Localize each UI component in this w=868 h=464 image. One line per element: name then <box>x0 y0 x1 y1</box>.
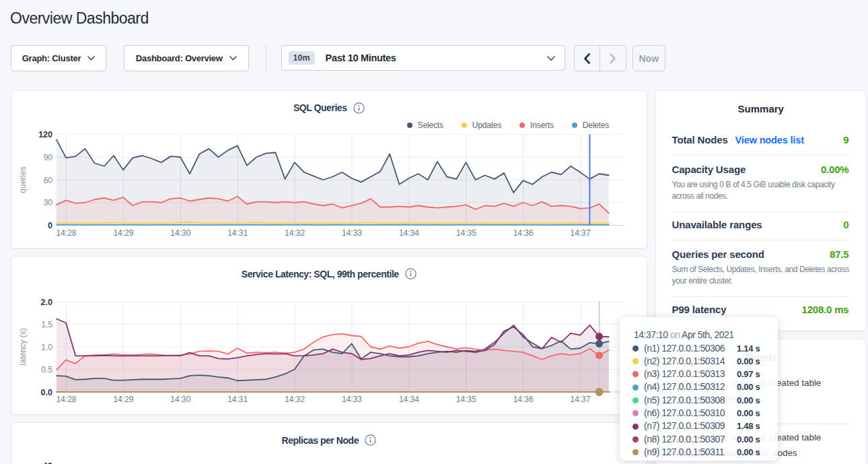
capacity-value: 0.00% <box>821 164 849 175</box>
tooltip-row: (n8) 127.0.0.1:503070.00 s <box>620 433 778 446</box>
series-dot-icon <box>632 449 639 455</box>
graph-scope-dropdown[interactable]: Graph: Cluster <box>11 45 106 71</box>
svg-text:14:35: 14:35 <box>456 395 476 404</box>
overview-dashboard-page: Overview Dashboard Graph: Cluster Dashbo… <box>0 0 868 464</box>
summary-divider <box>672 296 849 297</box>
svg-text:14:28: 14:28 <box>56 228 76 238</box>
series-dot-icon <box>632 345 639 352</box>
svg-text:2.0: 2.0 <box>41 298 52 307</box>
svg-text:60: 60 <box>44 175 53 185</box>
svg-text:14:28: 14:28 <box>56 395 76 404</box>
tooltip-row: (n1) 127.0.0.1:503061.14 s <box>620 342 778 355</box>
sql-queries-plot[interactable]: 030609012014:2814:2914:3014:3114:3214:33… <box>11 91 647 249</box>
summary-title: Summary <box>656 103 867 114</box>
qps-description: Sum of Selects, Updates, Inserts, and De… <box>672 264 852 286</box>
time-window-selector[interactable]: 10m Past 10 Minutes <box>281 45 565 71</box>
svg-text:latency (s): latency (s) <box>18 328 28 365</box>
series-dot-icon <box>632 385 639 391</box>
svg-text:14:32: 14:32 <box>285 395 305 404</box>
tooltip-row: (n9) 127.0.0.1:503110.00 s <box>620 446 778 459</box>
total-nodes-value: 9 <box>843 134 848 145</box>
chevron-down-icon <box>547 56 555 61</box>
summary-divider <box>672 155 849 156</box>
summary-divider <box>672 211 849 212</box>
svg-text:30: 30 <box>44 198 53 207</box>
p99-latency-value: 1208.0 ms <box>802 304 849 315</box>
series-dot-icon <box>632 358 639 364</box>
svg-text:14:36: 14:36 <box>513 395 534 404</box>
qps-value: 87.5 <box>830 248 848 260</box>
svg-text:1.5: 1.5 <box>41 320 52 329</box>
y-axis-tick-partial: 40 <box>43 461 52 464</box>
chevron-right-icon <box>610 53 616 64</box>
graph-scope-dropdown-label: Graph: Cluster <box>22 53 81 63</box>
series-dot-icon <box>632 410 639 416</box>
tooltip-row: (n7) 127.0.0.1:503091.48 s <box>620 420 778 432</box>
tooltip-timestamp: 14:37:10 on Apr 5th, 2021 <box>634 329 734 340</box>
series-dot-icon <box>632 436 639 442</box>
summary-panel: Summary Total Nodes View nodes list 9 Ca… <box>655 90 867 332</box>
series-dot-icon <box>632 397 639 403</box>
chart-hover-tooltip: 14:37:10 on Apr 5th, 2021 (n1) 127.0.0.1… <box>620 317 778 461</box>
time-window-label: Past 10 Minutes <box>326 53 396 63</box>
time-step-forward-button[interactable] <box>600 46 626 71</box>
tooltip-row: (n6) 127.0.0.1:503100.00 s <box>620 407 778 420</box>
svg-text:1.0: 1.0 <box>41 343 52 352</box>
page-title: Overview Dashboard <box>10 9 149 28</box>
svg-text:120: 120 <box>38 130 52 139</box>
replicas-per-node-chart-panel: Replicas per Node 40 <box>11 422 647 464</box>
chevron-down-icon <box>229 56 237 61</box>
tooltip-row: (n4) 127.0.0.1:503120.00 s <box>620 380 778 393</box>
dashboard-dropdown-label: Dashboard: Overview <box>136 53 223 63</box>
series-dot-icon <box>632 371 639 377</box>
summary-divider <box>672 240 849 240</box>
service-latency-plot[interactable]: 0.00.51.01.52.014:2814:2914:3014:3114:32… <box>11 257 647 416</box>
svg-text:0: 0 <box>48 221 52 230</box>
summary-row-p99: P99 latency 1208.0 ms <box>672 304 849 315</box>
now-button[interactable]: Now <box>632 45 665 71</box>
svg-text:14:29: 14:29 <box>113 395 133 404</box>
svg-text:14:31: 14:31 <box>227 395 248 404</box>
series-dot-icon <box>632 424 639 430</box>
time-step-buttons <box>574 45 626 71</box>
svg-text:14:31: 14:31 <box>227 228 248 238</box>
svg-text:14:30: 14:30 <box>170 228 190 238</box>
service-latency-chart-panel: Service Latency: SQL, 99th percentile 0.… <box>11 256 647 415</box>
dashboard-dropdown[interactable]: Dashboard: Overview <box>124 45 250 71</box>
svg-text:14:35: 14:35 <box>456 228 476 238</box>
svg-text:14:37: 14:37 <box>571 395 591 404</box>
chevron-down-icon <box>87 56 95 61</box>
svg-text:14:33: 14:33 <box>342 228 362 238</box>
svg-text:14:30: 14:30 <box>170 395 190 404</box>
svg-text:14:34: 14:34 <box>399 395 419 404</box>
svg-text:14:34: 14:34 <box>399 228 419 238</box>
svg-text:0.0: 0.0 <box>41 388 52 397</box>
svg-text:14:32: 14:32 <box>285 228 305 238</box>
view-nodes-list-link[interactable]: View nodes list <box>735 135 804 145</box>
svg-text:14:37: 14:37 <box>571 228 591 238</box>
svg-text:queries: queries <box>18 166 28 193</box>
tooltip-row: (n5) 127.0.0.1:503080.00 s <box>620 394 778 407</box>
tooltip-row: (n3) 127.0.0.1:503130.97 s <box>620 368 778 380</box>
tooltip-row: (n2) 127.0.0.1:503140.00 s <box>620 355 778 368</box>
summary-row-qps: Queries per second 87.5 <box>672 248 849 260</box>
svg-text:0.5: 0.5 <box>41 365 52 374</box>
svg-text:14:36: 14:36 <box>513 228 534 238</box>
svg-text:90: 90 <box>44 152 53 162</box>
sql-queries-chart-panel: SQL Queries Selects Updates Inserts Dele… <box>11 90 647 249</box>
replicas-per-node-plot[interactable]: 40 <box>11 423 647 464</box>
summary-row-capacity: Capacity Usage 0.00% <box>672 164 849 175</box>
summary-row-unavailable-ranges: Unavailable ranges 0 <box>672 219 849 230</box>
capacity-description: You are using 0 B of 4.5 GiB usable disk… <box>672 179 852 201</box>
chevron-left-icon <box>584 53 590 64</box>
svg-text:14:33: 14:33 <box>342 395 362 404</box>
summary-row-total-nodes: Total Nodes View nodes list 9 <box>672 134 849 145</box>
time-step-back-button[interactable] <box>575 46 600 71</box>
unavailable-ranges-value: 0 <box>843 219 848 230</box>
controls-divider <box>266 45 266 71</box>
svg-text:14:29: 14:29 <box>113 228 133 238</box>
time-window-badge: 10m <box>289 51 315 65</box>
